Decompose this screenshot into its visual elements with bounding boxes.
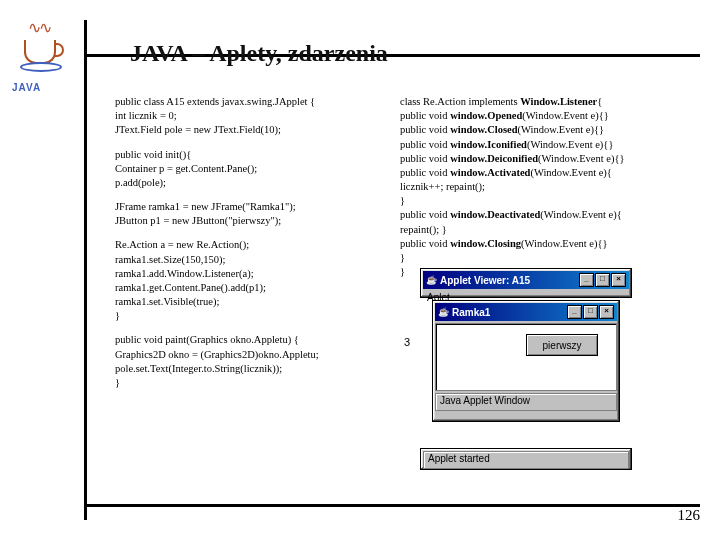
code-line: ramka1.get.Content.Pane().add(p1); [115, 281, 385, 295]
steam-icon: ∿∿ [28, 24, 50, 32]
pierwszy-button[interactable]: pierwszy [526, 334, 598, 356]
code-line: p.add(pole); [115, 176, 385, 190]
code-line: public void init(){ [115, 148, 385, 162]
applet-viewer-window: ☕ Applet Viewer: A15 _ □ × Aplet [420, 268, 632, 298]
code-line: public void paint(Graphics okno.Appletu)… [115, 333, 385, 347]
code-line: ramka1.set.Size(150,150); [115, 253, 385, 267]
code-line: pole.set.Text(Integer.to.String(licznik)… [115, 362, 385, 376]
minimize-icon[interactable]: _ [579, 273, 594, 287]
code-line: Re.Action a = new Re.Action(); [115, 238, 385, 252]
code-line: public void window.Deiconified(Window.Ev… [400, 152, 700, 166]
rule-bottom [84, 504, 700, 507]
code-line: } [400, 251, 700, 265]
code-line: Container p = get.Content.Pane(); [115, 162, 385, 176]
page-title: JAVA – Aplety, zdarzenia [130, 40, 388, 67]
code-line: ramka1.set.Visible(true); [115, 295, 385, 309]
window-content: pierwszy [435, 323, 617, 391]
maximize-icon[interactable]: □ [595, 273, 610, 287]
close-icon[interactable]: × [599, 305, 614, 319]
status-text: Applet started [423, 451, 629, 469]
code-line: } [115, 309, 385, 323]
code-left-column: public class A15 extends javax.swing.JAp… [115, 95, 385, 400]
code-line: public void window.Iconified(Window.Even… [400, 138, 700, 152]
close-icon[interactable]: × [611, 273, 626, 287]
code-line: } [400, 194, 700, 208]
cup-icon [24, 40, 56, 64]
code-line: public void window.Opened(Window.Event e… [400, 109, 700, 123]
java-cup-icon: ☕ [438, 307, 449, 317]
code-line: repaint(); } [400, 223, 700, 237]
window-footer: Java Applet Window [435, 393, 617, 411]
code-right-column: class Re.Action implements Window.Listen… [400, 95, 700, 279]
code-line: } [115, 376, 385, 390]
minimize-icon[interactable]: _ [567, 305, 582, 319]
code-line: licznik++; repaint(); [400, 180, 700, 194]
code-line: public void window.Deactivated(Window.Ev… [400, 208, 700, 222]
java-logo: ∿∿ [18, 22, 66, 80]
code-line: JFrame ramka1 = new JFrame("Ramka1"); [115, 200, 385, 214]
titlebar-text: Applet Viewer: A15 [440, 275, 530, 286]
java-cup-icon: ☕ [426, 275, 437, 285]
status-bar: Applet started [420, 448, 632, 470]
code-line: class Re.Action implements Window.Listen… [400, 95, 700, 109]
titlebar: ☕ Ramka1 _ □ × [435, 303, 617, 321]
code-line: public void window.Closing(Window.Event … [400, 237, 700, 251]
page-number: 126 [678, 507, 701, 524]
ramka1-window: ☕ Ramka1 _ □ × pierwszy Java Applet Wind… [432, 300, 620, 422]
maximize-icon[interactable]: □ [583, 305, 598, 319]
logo-text: JAVA [12, 82, 41, 93]
saucer-icon [20, 62, 62, 72]
code-line: public void window.Closed(Window.Event e… [400, 123, 700, 137]
code-line: JText.Field pole = new JText.Field(10); [115, 123, 385, 137]
titlebar: ☕ Applet Viewer: A15 _ □ × [423, 271, 629, 289]
code-line: public class A15 extends javax.swing.JAp… [115, 95, 385, 109]
counter-display: 3 [404, 336, 410, 348]
code-line: public void window.Activated(Window.Even… [400, 166, 700, 180]
code-line: JButton p1 = new JButton("pierwszy"); [115, 214, 385, 228]
code-line: ramka1.add.Window.Listener(a); [115, 267, 385, 281]
titlebar-text: Ramka1 [452, 307, 490, 318]
vertical-rule [84, 20, 87, 520]
code-line: Graphics2D okno = (Graphics2D)okno.Apple… [115, 348, 385, 362]
code-line: int licznik = 0; [115, 109, 385, 123]
